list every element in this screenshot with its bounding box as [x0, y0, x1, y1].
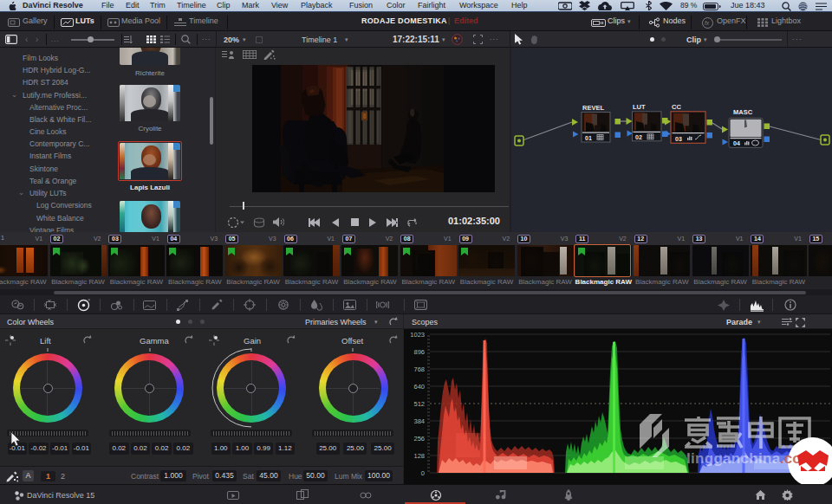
svg-text:512: 512 — [413, 400, 425, 408]
svg-text:256: 256 — [413, 435, 425, 443]
svg-text:03: 03 — [675, 136, 682, 142]
svg-text:1023: 1023 — [410, 331, 425, 339]
svg-text:fx: fx — [705, 20, 710, 26]
svg-text:128: 128 — [413, 452, 425, 460]
svg-text:0: 0 — [421, 469, 425, 477]
svg-text:384: 384 — [413, 417, 425, 425]
svg-text:02: 02 — [635, 134, 642, 140]
svg-text:LUT: LUT — [633, 103, 646, 111]
svg-text:04: 04 — [733, 140, 740, 146]
svg-text:CC: CC — [672, 103, 681, 111]
svg-text:REVEL: REVEL — [582, 104, 604, 112]
svg-text:640: 640 — [413, 383, 425, 391]
svg-text:MASC: MASC — [733, 108, 753, 116]
svg-text:01: 01 — [585, 135, 592, 141]
svg-text:896: 896 — [413, 348, 425, 356]
svg-text:768: 768 — [413, 365, 425, 373]
